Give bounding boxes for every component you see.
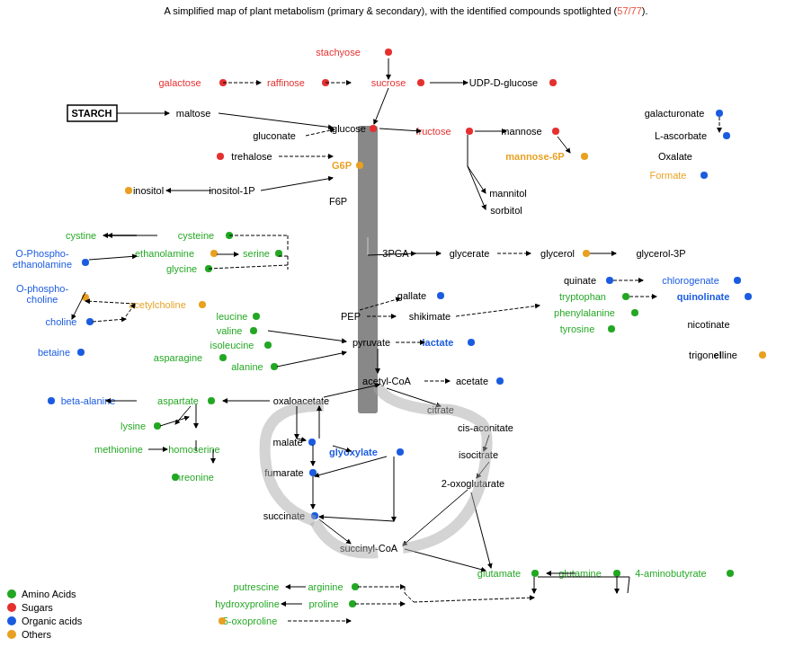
svg-text:4-aminobutyrate: 4-aminobutyrate — [635, 568, 707, 579]
svg-text:quinolinate: quinolinate — [677, 291, 730, 302]
svg-line-26 — [379, 129, 421, 131]
svg-point-118 — [253, 313, 260, 320]
svg-point-160 — [308, 439, 316, 446]
svg-text:alanine: alanine — [231, 361, 263, 372]
svg-text:Formate: Formate — [650, 170, 687, 181]
svg-text:ethanolamine: ethanolamine — [135, 248, 194, 259]
svg-text:nicotinate: nicotinate — [687, 319, 729, 330]
svg-text:inositol-1P: inositol-1P — [209, 185, 254, 196]
svg-point-68 — [210, 250, 218, 257]
svg-point-194 — [352, 583, 359, 590]
svg-line-199 — [414, 598, 534, 602]
svg-text:cystine: cystine — [66, 230, 96, 241]
svg-point-12 — [549, 79, 557, 86]
svg-line-75 — [209, 265, 288, 269]
svg-point-93 — [734, 277, 741, 284]
svg-text:pyruvate: pyruvate — [352, 337, 390, 348]
svg-text:shikimate: shikimate — [409, 311, 451, 322]
svg-line-213 — [85, 301, 135, 304]
svg-text:acetylcholine: acetylcholine — [129, 299, 186, 310]
svg-text:lactate: lactate — [423, 337, 454, 348]
svg-point-126 — [468, 339, 475, 346]
sugars-label: Sugars — [22, 602, 53, 613]
svg-point-90 — [606, 277, 613, 284]
svg-text:phenylalanine: phenylalanine — [554, 307, 615, 318]
svg-point-47 — [125, 187, 132, 194]
svg-point-66 — [82, 259, 89, 266]
svg-text:glucose: glucose — [332, 123, 366, 134]
svg-text:trigonelline: trigonelline — [689, 350, 737, 360]
svg-line-182 — [405, 549, 486, 571]
svg-point-10 — [417, 79, 424, 86]
svg-text:sorbitol: sorbitol — [490, 205, 522, 216]
svg-text:putrescine: putrescine — [234, 581, 280, 592]
svg-text:asparagine: asparagine — [154, 352, 202, 363]
svg-text:galactose: galactose — [158, 77, 201, 88]
svg-point-180 — [531, 570, 539, 577]
svg-text:O-Phospho-: O-Phospho- — [15, 248, 69, 259]
svg-text:gallate: gallate — [397, 290, 426, 301]
svg-text:F6P: F6P — [329, 196, 347, 207]
svg-point-33 — [723, 132, 730, 139]
svg-line-154 — [175, 406, 191, 424]
svg-line-106 — [456, 306, 540, 316]
legend: Amino Acids Sugars Organic acids Others — [7, 589, 82, 640]
svg-text:leucine: leucine — [217, 311, 248, 322]
svg-point-152 — [154, 422, 161, 430]
svg-line-153 — [160, 417, 189, 426]
svg-rect-0 — [358, 126, 378, 413]
svg-point-133 — [271, 363, 278, 370]
title-text: A simplified map of plant metabolism (pr… — [164, 5, 617, 16]
svg-line-219 — [315, 456, 387, 476]
svg-point-202 — [349, 600, 356, 607]
svg-point-95 — [622, 293, 629, 300]
svg-point-45 — [700, 172, 708, 179]
svg-text:methionine: methionine — [94, 444, 143, 455]
metabolism-map: stachyose galactose raffinose sucrose UD… — [0, 18, 812, 634]
svg-text:quinate: quinate — [564, 275, 596, 286]
svg-text:isocitrate: isocitrate — [459, 449, 498, 460]
svg-text:acetyl-CoA: acetyl-CoA — [362, 376, 411, 386]
svg-text:PEP: PEP — [341, 311, 361, 322]
svg-point-28 — [552, 128, 559, 135]
svg-point-100 — [86, 318, 94, 325]
svg-text:sucrose: sucrose — [371, 77, 406, 88]
svg-text:homoserine: homoserine — [168, 444, 219, 455]
svg-point-19 — [370, 125, 377, 132]
svg-point-138 — [496, 377, 504, 385]
svg-line-23 — [306, 129, 335, 136]
svg-line-134 — [277, 352, 346, 367]
svg-text:mannitol: mannitol — [489, 188, 527, 199]
svg-text:raffinose: raffinose — [267, 77, 305, 88]
svg-text:lysine: lysine — [120, 421, 146, 431]
svg-line-56 — [468, 166, 486, 209]
svg-point-206 — [219, 617, 226, 625]
legend-organic-acids: Organic acids — [7, 616, 82, 626]
svg-point-98 — [745, 293, 752, 300]
svg-point-129 — [759, 351, 766, 359]
others-label: Others — [22, 629, 51, 640]
svg-line-102 — [72, 292, 85, 319]
svg-text:L-ascorbate: L-ascorbate — [655, 130, 707, 141]
svg-text:glutamate: glutamate — [477, 568, 521, 579]
svg-text:ethanolamine: ethanolamine — [13, 259, 72, 270]
others-dot — [7, 630, 16, 639]
svg-point-167 — [172, 474, 179, 481]
svg-point-39 — [581, 153, 588, 160]
highlight-count: 57/77 — [617, 5, 642, 16]
svg-point-144 — [208, 397, 215, 404]
svg-text:glycine: glycine — [166, 263, 197, 274]
svg-point-42 — [356, 162, 363, 169]
svg-text:5-oxoproline: 5-oxoproline — [223, 616, 278, 626]
svg-text:arginine: arginine — [308, 581, 343, 592]
legend-amino-acids: Amino Acids — [7, 589, 82, 599]
legend-sugars: Sugars — [7, 602, 82, 613]
svg-point-169 — [309, 469, 317, 476]
svg-point-162 — [397, 448, 404, 456]
svg-point-88 — [199, 301, 206, 308]
page-title: A simplified map of plant metabolism (pr… — [0, 0, 812, 18]
svg-text:chlorogenate: chlorogenate — [662, 275, 719, 286]
organic-acids-label: Organic acids — [22, 616, 82, 626]
svg-text:hydroxyproline: hydroxyproline — [215, 598, 280, 609]
svg-point-31 — [716, 110, 723, 117]
